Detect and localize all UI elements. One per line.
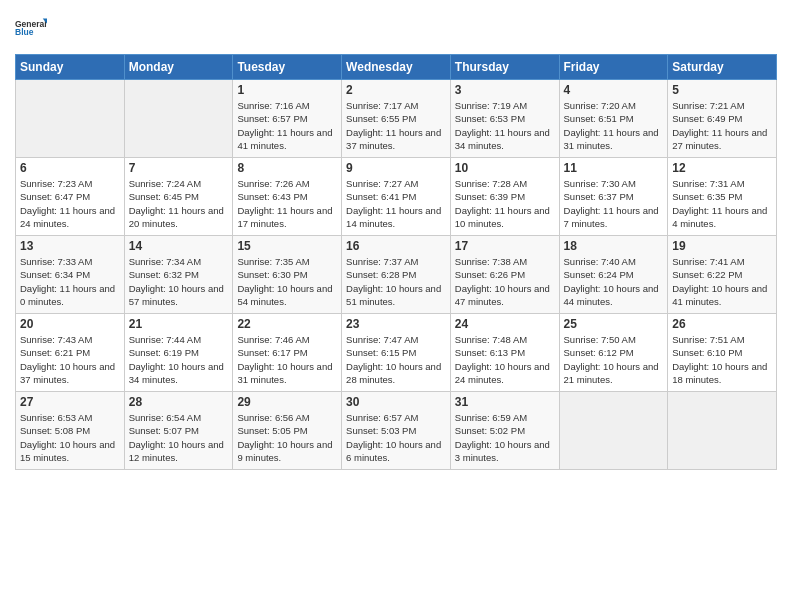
calendar-cell: 25Sunrise: 7:50 AM Sunset: 6:12 PM Dayli… <box>559 314 668 392</box>
day-header-tuesday: Tuesday <box>233 55 342 80</box>
day-info: Sunrise: 7:48 AM Sunset: 6:13 PM Dayligh… <box>455 333 555 386</box>
day-number: 10 <box>455 161 555 175</box>
day-info: Sunrise: 6:57 AM Sunset: 5:03 PM Dayligh… <box>346 411 446 464</box>
calendar-cell: 19Sunrise: 7:41 AM Sunset: 6:22 PM Dayli… <box>668 236 777 314</box>
calendar-cell: 5Sunrise: 7:21 AM Sunset: 6:49 PM Daylig… <box>668 80 777 158</box>
week-row-5: 27Sunrise: 6:53 AM Sunset: 5:08 PM Dayli… <box>16 392 777 470</box>
day-number: 15 <box>237 239 337 253</box>
day-number: 23 <box>346 317 446 331</box>
day-number: 7 <box>129 161 229 175</box>
day-number: 20 <box>20 317 120 331</box>
calendar-cell: 24Sunrise: 7:48 AM Sunset: 6:13 PM Dayli… <box>450 314 559 392</box>
day-header-monday: Monday <box>124 55 233 80</box>
logo-svg: General Blue <box>15 10 47 46</box>
day-number: 17 <box>455 239 555 253</box>
day-number: 16 <box>346 239 446 253</box>
day-number: 26 <box>672 317 772 331</box>
day-number: 13 <box>20 239 120 253</box>
day-info: Sunrise: 7:41 AM Sunset: 6:22 PM Dayligh… <box>672 255 772 308</box>
day-number: 9 <box>346 161 446 175</box>
calendar-table: SundayMondayTuesdayWednesdayThursdayFrid… <box>15 54 777 470</box>
day-header-thursday: Thursday <box>450 55 559 80</box>
calendar-cell <box>16 80 125 158</box>
day-info: Sunrise: 7:51 AM Sunset: 6:10 PM Dayligh… <box>672 333 772 386</box>
calendar-cell: 9Sunrise: 7:27 AM Sunset: 6:41 PM Daylig… <box>342 158 451 236</box>
day-info: Sunrise: 7:38 AM Sunset: 6:26 PM Dayligh… <box>455 255 555 308</box>
day-info: Sunrise: 7:50 AM Sunset: 6:12 PM Dayligh… <box>564 333 664 386</box>
calendar-cell: 4Sunrise: 7:20 AM Sunset: 6:51 PM Daylig… <box>559 80 668 158</box>
calendar-cell: 16Sunrise: 7:37 AM Sunset: 6:28 PM Dayli… <box>342 236 451 314</box>
day-number: 1 <box>237 83 337 97</box>
day-info: Sunrise: 7:37 AM Sunset: 6:28 PM Dayligh… <box>346 255 446 308</box>
day-number: 4 <box>564 83 664 97</box>
day-number: 2 <box>346 83 446 97</box>
calendar-cell: 12Sunrise: 7:31 AM Sunset: 6:35 PM Dayli… <box>668 158 777 236</box>
day-number: 19 <box>672 239 772 253</box>
day-number: 22 <box>237 317 337 331</box>
calendar-cell: 1Sunrise: 7:16 AM Sunset: 6:57 PM Daylig… <box>233 80 342 158</box>
day-info: Sunrise: 7:33 AM Sunset: 6:34 PM Dayligh… <box>20 255 120 308</box>
day-info: Sunrise: 7:28 AM Sunset: 6:39 PM Dayligh… <box>455 177 555 230</box>
day-number: 25 <box>564 317 664 331</box>
header: General Blue <box>15 10 777 46</box>
calendar-cell <box>559 392 668 470</box>
day-header-friday: Friday <box>559 55 668 80</box>
day-info: Sunrise: 7:43 AM Sunset: 6:21 PM Dayligh… <box>20 333 120 386</box>
day-number: 3 <box>455 83 555 97</box>
calendar-cell: 22Sunrise: 7:46 AM Sunset: 6:17 PM Dayli… <box>233 314 342 392</box>
calendar-cell: 6Sunrise: 7:23 AM Sunset: 6:47 PM Daylig… <box>16 158 125 236</box>
day-number: 5 <box>672 83 772 97</box>
day-info: Sunrise: 6:54 AM Sunset: 5:07 PM Dayligh… <box>129 411 229 464</box>
week-row-3: 13Sunrise: 7:33 AM Sunset: 6:34 PM Dayli… <box>16 236 777 314</box>
day-info: Sunrise: 7:40 AM Sunset: 6:24 PM Dayligh… <box>564 255 664 308</box>
calendar-cell: 27Sunrise: 6:53 AM Sunset: 5:08 PM Dayli… <box>16 392 125 470</box>
day-number: 28 <box>129 395 229 409</box>
day-number: 8 <box>237 161 337 175</box>
day-info: Sunrise: 6:59 AM Sunset: 5:02 PM Dayligh… <box>455 411 555 464</box>
day-info: Sunrise: 7:21 AM Sunset: 6:49 PM Dayligh… <box>672 99 772 152</box>
calendar-cell: 26Sunrise: 7:51 AM Sunset: 6:10 PM Dayli… <box>668 314 777 392</box>
week-row-4: 20Sunrise: 7:43 AM Sunset: 6:21 PM Dayli… <box>16 314 777 392</box>
day-info: Sunrise: 6:53 AM Sunset: 5:08 PM Dayligh… <box>20 411 120 464</box>
calendar-cell: 11Sunrise: 7:30 AM Sunset: 6:37 PM Dayli… <box>559 158 668 236</box>
day-info: Sunrise: 7:31 AM Sunset: 6:35 PM Dayligh… <box>672 177 772 230</box>
calendar-cell <box>668 392 777 470</box>
page: General Blue SundayMondayTuesdayWednesda… <box>0 0 792 612</box>
day-info: Sunrise: 7:16 AM Sunset: 6:57 PM Dayligh… <box>237 99 337 152</box>
week-row-1: 1Sunrise: 7:16 AM Sunset: 6:57 PM Daylig… <box>16 80 777 158</box>
day-info: Sunrise: 7:26 AM Sunset: 6:43 PM Dayligh… <box>237 177 337 230</box>
calendar-cell: 2Sunrise: 7:17 AM Sunset: 6:55 PM Daylig… <box>342 80 451 158</box>
day-info: Sunrise: 7:46 AM Sunset: 6:17 PM Dayligh… <box>237 333 337 386</box>
svg-text:Blue: Blue <box>15 27 34 37</box>
day-info: Sunrise: 7:30 AM Sunset: 6:37 PM Dayligh… <box>564 177 664 230</box>
calendar-cell: 21Sunrise: 7:44 AM Sunset: 6:19 PM Dayli… <box>124 314 233 392</box>
day-number: 29 <box>237 395 337 409</box>
calendar-cell: 30Sunrise: 6:57 AM Sunset: 5:03 PM Dayli… <box>342 392 451 470</box>
day-header-saturday: Saturday <box>668 55 777 80</box>
day-info: Sunrise: 7:17 AM Sunset: 6:55 PM Dayligh… <box>346 99 446 152</box>
calendar-cell: 17Sunrise: 7:38 AM Sunset: 6:26 PM Dayli… <box>450 236 559 314</box>
calendar-cell: 3Sunrise: 7:19 AM Sunset: 6:53 PM Daylig… <box>450 80 559 158</box>
calendar-cell: 13Sunrise: 7:33 AM Sunset: 6:34 PM Dayli… <box>16 236 125 314</box>
day-header-sunday: Sunday <box>16 55 125 80</box>
day-info: Sunrise: 7:34 AM Sunset: 6:32 PM Dayligh… <box>129 255 229 308</box>
calendar-cell: 14Sunrise: 7:34 AM Sunset: 6:32 PM Dayli… <box>124 236 233 314</box>
day-info: Sunrise: 7:24 AM Sunset: 6:45 PM Dayligh… <box>129 177 229 230</box>
logo: General Blue <box>15 10 47 46</box>
calendar-cell: 15Sunrise: 7:35 AM Sunset: 6:30 PM Dayli… <box>233 236 342 314</box>
day-info: Sunrise: 7:27 AM Sunset: 6:41 PM Dayligh… <box>346 177 446 230</box>
day-number: 18 <box>564 239 664 253</box>
day-header-wednesday: Wednesday <box>342 55 451 80</box>
week-row-2: 6Sunrise: 7:23 AM Sunset: 6:47 PM Daylig… <box>16 158 777 236</box>
calendar-cell <box>124 80 233 158</box>
calendar-cell: 7Sunrise: 7:24 AM Sunset: 6:45 PM Daylig… <box>124 158 233 236</box>
day-number: 14 <box>129 239 229 253</box>
calendar-cell: 20Sunrise: 7:43 AM Sunset: 6:21 PM Dayli… <box>16 314 125 392</box>
day-number: 21 <box>129 317 229 331</box>
day-number: 30 <box>346 395 446 409</box>
calendar-cell: 10Sunrise: 7:28 AM Sunset: 6:39 PM Dayli… <box>450 158 559 236</box>
day-number: 27 <box>20 395 120 409</box>
day-number: 11 <box>564 161 664 175</box>
day-info: Sunrise: 7:44 AM Sunset: 6:19 PM Dayligh… <box>129 333 229 386</box>
calendar-cell: 8Sunrise: 7:26 AM Sunset: 6:43 PM Daylig… <box>233 158 342 236</box>
